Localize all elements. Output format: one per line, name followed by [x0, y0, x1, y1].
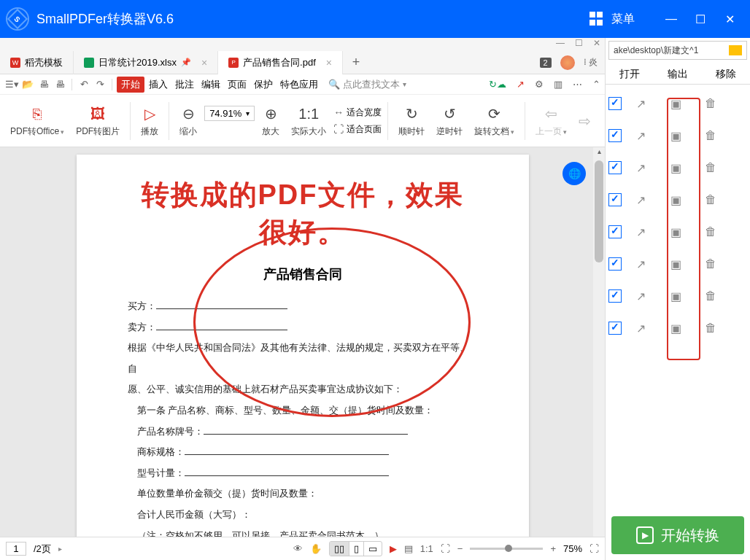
- menu-protect[interactable]: 保护: [251, 77, 276, 93]
- view-continuous-icon[interactable]: ▯: [349, 542, 364, 556]
- undo-icon[interactable]: ↶: [77, 79, 91, 90]
- remove-file-icon[interactable]: 🗑: [695, 129, 727, 142]
- search-box[interactable]: 🔍 点此查找文本 ▾: [328, 78, 406, 91]
- open-file-icon[interactable]: ↗: [625, 289, 657, 303]
- rotate-ccw-button[interactable]: ↺ 逆时针: [432, 102, 467, 139]
- scroll-up-icon[interactable]: ▴: [593, 147, 605, 159]
- play-slideshow-icon[interactable]: ▶: [390, 543, 397, 554]
- file-checkbox[interactable]: [608, 97, 622, 110]
- notification-badge[interactable]: 2: [540, 58, 552, 68]
- bookmark-pane-icon[interactable]: ▤: [404, 543, 413, 554]
- user-avatar[interactable]: [560, 55, 575, 70]
- open-file-icon[interactable]: ↗: [625, 225, 657, 239]
- page-number-input[interactable]: [6, 542, 26, 556]
- pin-icon[interactable]: 📌: [181, 58, 191, 67]
- output-file-icon[interactable]: ▣: [660, 97, 692, 111]
- prev-page-button[interactable]: ⇦ 上一页▾: [531, 102, 571, 139]
- zoom-in-sb-icon[interactable]: +: [550, 543, 556, 554]
- editor-close-icon[interactable]: ✕: [593, 38, 600, 51]
- remove-file-icon[interactable]: 🗑: [695, 97, 727, 110]
- output-file-icon[interactable]: ▣: [660, 225, 692, 239]
- add-tab-button[interactable]: +: [343, 55, 369, 70]
- editor-min-icon[interactable]: —: [556, 38, 565, 51]
- tab-templates[interactable]: W 稻壳模板: [0, 51, 74, 74]
- menu-label[interactable]: 菜单: [611, 12, 635, 27]
- close-button[interactable]: ✕: [715, 8, 744, 30]
- fit-page-button[interactable]: ⛶适合页面: [333, 123, 382, 136]
- print-preview-icon[interactable]: 🖶: [53, 79, 67, 90]
- menu-grid-icon[interactable]: [589, 12, 604, 26]
- open-file-icon[interactable]: ↗: [625, 257, 657, 271]
- app-menu-icon[interactable]: ☰▾: [4, 79, 19, 90]
- close-icon[interactable]: ×: [326, 57, 332, 69]
- editor-max-icon[interactable]: ☐: [575, 38, 583, 51]
- settings-icon[interactable]: ⚙: [535, 79, 544, 90]
- file-checkbox[interactable]: [608, 257, 622, 271]
- menu-page[interactable]: 页面: [225, 77, 250, 93]
- output-file-icon[interactable]: ▣: [660, 257, 692, 271]
- file-checkbox[interactable]: [608, 225, 622, 238]
- output-file-icon[interactable]: ▣: [660, 322, 692, 335]
- pdf-to-office-button[interactable]: ⎘ PDF转Office▾: [6, 102, 69, 139]
- zoom-slider[interactable]: [470, 548, 543, 550]
- start-convert-button[interactable]: ▶ 开始转换: [611, 516, 744, 554]
- fit-screen-icon[interactable]: ⛶: [441, 543, 450, 554]
- file-checkbox[interactable]: [608, 193, 622, 206]
- output-file-icon[interactable]: ▣: [660, 129, 692, 143]
- print-icon[interactable]: 🖶: [36, 79, 51, 90]
- hand-icon[interactable]: ✋: [310, 543, 322, 554]
- open-file-icon[interactable]: ↗: [625, 193, 657, 207]
- rotate-cw-button[interactable]: ↻ 顺时针: [394, 102, 429, 139]
- zoom-out-sb-icon[interactable]: −: [457, 543, 463, 554]
- menu-special[interactable]: 特色应用: [277, 77, 321, 93]
- remove-file-icon[interactable]: 🗑: [695, 193, 727, 206]
- eye-icon[interactable]: 👁: [293, 543, 303, 554]
- collapse-ribbon-icon[interactable]: ⌃: [592, 79, 600, 90]
- path-bar[interactable]: ake\desktop\新建文^1: [608, 41, 747, 60]
- output-file-icon[interactable]: ▣: [660, 289, 692, 303]
- menu-insert[interactable]: 插入: [146, 77, 171, 93]
- output-file-icon[interactable]: ▣: [660, 161, 692, 175]
- more-icon[interactable]: ⋯: [573, 79, 582, 90]
- open-icon[interactable]: 📂: [20, 79, 35, 90]
- remove-file-icon[interactable]: 🗑: [695, 322, 727, 335]
- menu-start[interactable]: 开始: [117, 77, 144, 93]
- remove-file-icon[interactable]: 🗑: [695, 257, 727, 271]
- view-single-icon[interactable]: ▯▯: [330, 542, 349, 556]
- open-file-icon[interactable]: ↗: [625, 129, 657, 143]
- file-checkbox[interactable]: [608, 161, 622, 174]
- pdf-to-image-button[interactable]: 🖼 PDF转图片: [71, 102, 124, 139]
- tools-icon[interactable]: ▥: [554, 79, 562, 90]
- file-checkbox[interactable]: [608, 289, 622, 303]
- cloud-sync-icon[interactable]: ↻☁: [489, 79, 506, 90]
- tab-pdf[interactable]: P 产品销售合同.pdf ×: [218, 51, 343, 74]
- fit-width-button[interactable]: ↔适合宽度: [333, 106, 382, 119]
- menu-comment[interactable]: 批注: [172, 77, 197, 93]
- output-file-icon[interactable]: ▣: [660, 193, 692, 207]
- zoom-value-input[interactable]: 74.91%▾: [204, 106, 255, 121]
- remove-file-icon[interactable]: 🗑: [695, 161, 727, 174]
- zoom-out-button[interactable]: ⊖ 缩小: [175, 102, 201, 139]
- zoom-in-button[interactable]: ⊕ 放大: [258, 102, 284, 139]
- menu-edit[interactable]: 编辑: [198, 77, 223, 93]
- view-two-page-icon[interactable]: ▭: [364, 542, 382, 556]
- file-checkbox[interactable]: [608, 322, 622, 335]
- actual-size-button[interactable]: 1:1 实际大小: [287, 102, 330, 139]
- open-file-icon[interactable]: ↗: [625, 97, 657, 111]
- close-icon[interactable]: ×: [201, 57, 207, 69]
- remove-file-icon[interactable]: 🗑: [695, 289, 727, 303]
- play-button[interactable]: ▷ 播放: [136, 102, 163, 139]
- fit-11-icon[interactable]: 1:1: [420, 543, 433, 554]
- file-checkbox[interactable]: [608, 129, 622, 142]
- next-tool-button[interactable]: ⇨: [574, 109, 595, 133]
- rotate-doc-button[interactable]: ⟳ 旋转文档▾: [470, 102, 519, 139]
- floating-translate-button[interactable]: 🌐: [562, 162, 586, 185]
- vertical-scrollbar[interactable]: ▴ ▾: [593, 147, 605, 560]
- open-file-icon[interactable]: ↗: [625, 161, 657, 175]
- tab-xlsx[interactable]: 日常统计2019.xlsx 📌 ×: [74, 51, 218, 74]
- maximize-button[interactable]: ☐: [686, 8, 715, 30]
- open-file-icon[interactable]: ↗: [625, 322, 657, 335]
- document-viewport[interactable]: 转换成的PDF文件，效果很好。 产品销售合同 买方： 卖方： 根据《中华人民共和…: [0, 147, 605, 560]
- minimize-button[interactable]: —: [657, 8, 686, 30]
- scroll-thumb[interactable]: [595, 160, 603, 262]
